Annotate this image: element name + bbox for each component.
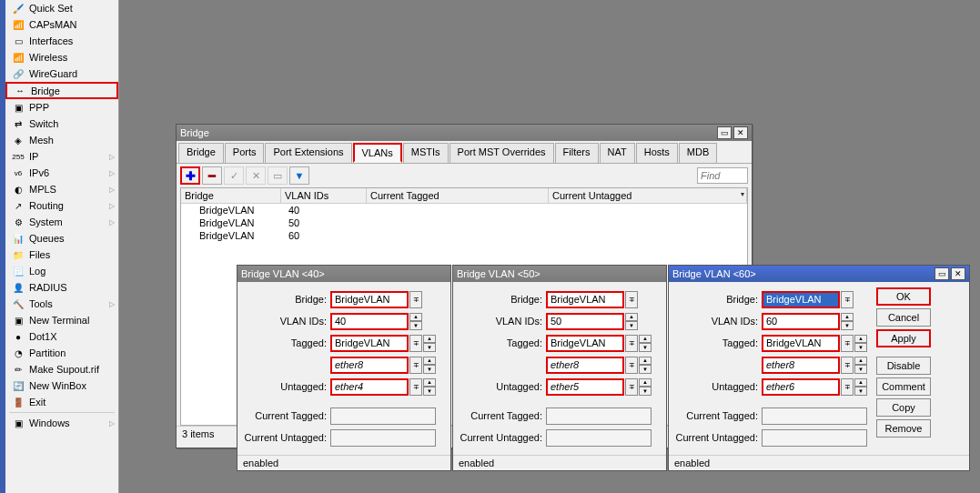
- spinner[interactable]: ▲▼: [639, 357, 652, 374]
- dropdown-button[interactable]: ∓: [841, 335, 854, 352]
- sidebar-item-bridge[interactable]: ↔Bridge: [5, 82, 118, 99]
- tab-vlans[interactable]: VLANs: [353, 143, 402, 163]
- dropdown-button[interactable]: ∓: [625, 357, 638, 374]
- sidebar-item-supout[interactable]: ✏Make Supout.rif: [5, 361, 118, 377]
- disable-button[interactable]: Disable: [876, 357, 931, 375]
- sidebar-item-switch[interactable]: ⇄Switch: [5, 116, 118, 132]
- tagged-field[interactable]: BridgeVLAN: [546, 335, 624, 352]
- tab-nat[interactable]: NAT: [600, 143, 635, 163]
- filter-button[interactable]: ▼: [289, 166, 309, 185]
- sidebar-item-radius[interactable]: 👤RADIUS: [5, 279, 118, 296]
- sidebar-item-routing[interactable]: ↗Routing▷: [5, 197, 118, 214]
- remove-button[interactable]: Remove: [876, 419, 931, 438]
- minimize-button[interactable]: ▭: [935, 267, 949, 280]
- disable-button[interactable]: ✕: [246, 166, 266, 185]
- vlanids-field[interactable]: 60: [762, 313, 840, 330]
- close-button[interactable]: ✕: [951, 267, 965, 280]
- ok-button[interactable]: OK: [876, 287, 931, 306]
- spinner[interactable]: ▲▼: [854, 378, 867, 396]
- titlebar[interactable]: Bridge VLAN <60> ▭ ✕: [669, 266, 969, 282]
- cancel-button[interactable]: Cancel: [876, 308, 931, 327]
- bridge-field[interactable]: BridgeVLAN: [546, 291, 624, 308]
- spinner[interactable]: ▲▼: [854, 357, 867, 374]
- sidebar-item-mesh[interactable]: ◈Mesh: [5, 132, 118, 148]
- vlanids-field[interactable]: 50: [546, 313, 624, 330]
- sidebar-item-quickset[interactable]: 🖌️Quick Set: [5, 0, 118, 16]
- titlebar[interactable]: Bridge VLAN <50>: [453, 266, 666, 282]
- table-row[interactable]: BridgeVLAN 40: [181, 204, 747, 216]
- dropdown-button[interactable]: ∓: [409, 357, 422, 374]
- close-button[interactable]: ✕: [733, 126, 748, 139]
- sidebar-item-queues[interactable]: 📊Queues: [5, 230, 118, 246]
- sidebar-item-tools[interactable]: 🔨Tools▷: [5, 296, 118, 312]
- find-input[interactable]: [697, 167, 748, 184]
- col-tagged[interactable]: Current Tagged: [367, 188, 549, 203]
- remove-button[interactable]: ━: [202, 166, 222, 185]
- tab-filters[interactable]: Filters: [555, 143, 599, 163]
- tab-mdb[interactable]: MDB: [679, 143, 717, 163]
- tagged-field[interactable]: BridgeVLAN: [330, 335, 409, 352]
- sidebar-item-log[interactable]: 📃Log: [5, 263, 118, 279]
- untagged-field[interactable]: ether4: [330, 378, 409, 396]
- dropdown-button[interactable]: ∓: [625, 335, 638, 352]
- sidebar-item-exit[interactable]: 🚪Exit: [5, 394, 118, 410]
- sidebar-item-system[interactable]: ⚙System▷: [5, 214, 118, 230]
- vlanids-field[interactable]: 40: [330, 313, 409, 330]
- tagged-field-2[interactable]: ether8: [330, 357, 409, 374]
- tab-ports[interactable]: Ports: [225, 143, 265, 163]
- spinner[interactable]: ▲▼: [423, 378, 436, 396]
- spinner[interactable]: ▲▼: [639, 335, 652, 352]
- untagged-field[interactable]: ether6: [762, 378, 840, 396]
- dropdown-button[interactable]: ∓: [409, 378, 422, 396]
- spinner[interactable]: ▲▼: [409, 313, 422, 330]
- spinner[interactable]: ▲▼: [841, 313, 854, 330]
- sidebar-item-wireless[interactable]: 📶Wireless: [5, 49, 118, 65]
- sidebar-item-partition[interactable]: ◔Partition: [5, 345, 118, 361]
- tab-hosts[interactable]: Hosts: [636, 143, 678, 163]
- apply-button[interactable]: Apply: [876, 329, 931, 347]
- table-row[interactable]: BridgeVLAN 60: [181, 229, 747, 242]
- sidebar-item-newterminal[interactable]: ▣New Terminal: [5, 312, 118, 328]
- tagged-field-2[interactable]: ether8: [546, 357, 624, 374]
- tagged-field[interactable]: BridgeVLAN: [762, 335, 840, 352]
- untagged-field[interactable]: ether5: [546, 378, 624, 396]
- enable-button[interactable]: ✓: [224, 166, 244, 185]
- sidebar-item-mpls[interactable]: ◐MPLS▷: [5, 181, 118, 197]
- spinner[interactable]: ▲▼: [423, 357, 436, 374]
- dropdown-icon[interactable]: ▾: [741, 190, 744, 198]
- spinner[interactable]: ▲▼: [625, 313, 638, 330]
- titlebar[interactable]: Bridge VLAN <40>: [237, 266, 450, 282]
- dropdown-button[interactable]: ∓: [841, 291, 854, 308]
- sidebar-item-ip[interactable]: 255IP▷: [5, 148, 118, 165]
- copy-button[interactable]: Copy: [876, 398, 931, 417]
- sidebar-item-interfaces[interactable]: ▭Interfaces: [5, 33, 118, 49]
- titlebar[interactable]: Bridge ▭ ✕: [177, 125, 752, 141]
- col-untagged[interactable]: Current Untagged▾: [549, 188, 747, 203]
- comment-button[interactable]: ▭: [268, 166, 288, 185]
- dropdown-button[interactable]: ∓: [409, 335, 422, 352]
- table-row[interactable]: BridgeVLAN 50: [181, 216, 747, 229]
- sidebar-item-windows[interactable]: ▣Windows▷: [5, 415, 118, 431]
- sidebar-item-files[interactable]: 📁Files: [5, 246, 118, 263]
- sidebar-item-newwinbox[interactable]: 🔄New WinBox: [5, 377, 118, 394]
- bridge-field[interactable]: BridgeVLAN: [330, 291, 409, 308]
- comment-button[interactable]: Comment: [876, 377, 931, 396]
- spinner[interactable]: ▲▼: [639, 378, 652, 396]
- dropdown-button[interactable]: ∓: [841, 357, 854, 374]
- tagged-field-2[interactable]: ether8: [762, 357, 840, 374]
- dropdown-button[interactable]: ∓: [625, 291, 638, 308]
- sidebar-item-capsman[interactable]: 📶CAPsMAN: [5, 16, 118, 33]
- col-bridge[interactable]: Bridge: [181, 188, 281, 203]
- tab-portext[interactable]: Port Extensions: [265, 143, 351, 163]
- tab-bridge[interactable]: Bridge: [178, 143, 224, 163]
- tab-portmst[interactable]: Port MST Overrides: [450, 143, 554, 163]
- spinner[interactable]: ▲▼: [854, 335, 867, 352]
- dropdown-button[interactable]: ∓: [409, 291, 422, 308]
- dropdown-button[interactable]: ∓: [841, 378, 854, 396]
- dropdown-button[interactable]: ∓: [625, 378, 638, 396]
- tab-mstis[interactable]: MSTIs: [403, 143, 449, 163]
- add-button[interactable]: ✚: [180, 166, 200, 185]
- sidebar-item-wireguard[interactable]: 🔗WireGuard: [5, 65, 118, 82]
- bridge-field[interactable]: BridgeVLAN: [762, 291, 840, 308]
- col-vlanids[interactable]: VLAN IDs: [281, 188, 367, 203]
